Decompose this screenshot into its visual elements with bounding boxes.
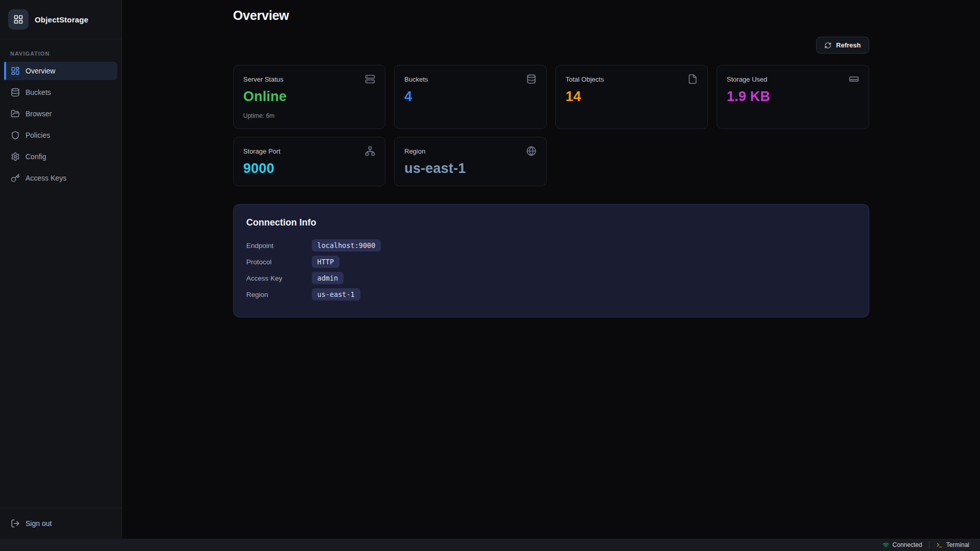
stat-card-value: 4: [404, 89, 536, 105]
status-bar: Connected Terminal: [0, 539, 980, 551]
network-icon: [365, 146, 375, 156]
app-title: ObjectStorage: [35, 15, 88, 24]
connection-info-label: Protocol: [247, 258, 312, 266]
key-icon: [11, 173, 20, 183]
sidebar-item-config[interactable]: Config: [4, 147, 117, 166]
logout-icon: [11, 519, 20, 528]
gear-icon: [11, 152, 20, 161]
sidebar-item-label: Access Keys: [26, 174, 66, 182]
server-icon: [365, 74, 375, 84]
refresh-label: Refresh: [836, 41, 861, 49]
refresh-button[interactable]: Refresh: [816, 37, 869, 54]
wifi-icon: [883, 542, 889, 548]
stat-card-label: Storage Port: [243, 147, 281, 155]
connection-info-value: admin: [312, 272, 344, 284]
connection-info-panel: Connection Info Endpointlocalhost:9000Pr…: [233, 204, 869, 317]
terminal-label: Terminal: [946, 541, 969, 548]
signout-section: Sign out: [0, 508, 121, 539]
shield-icon: [11, 131, 20, 140]
stat-card-value: 1.9 KB: [727, 89, 859, 105]
database-icon: [11, 88, 20, 97]
file-icon: [688, 74, 698, 84]
connection-info-label: Access Key: [247, 274, 312, 282]
stat-card-header: Total Objects: [566, 74, 698, 84]
stat-card-header: Server Status: [243, 74, 376, 84]
harddrive-icon: [849, 74, 859, 84]
database-icon: [526, 74, 536, 84]
stat-card-header: Buckets: [404, 74, 536, 84]
sidebar-item-label: Overview: [26, 67, 55, 75]
sidebar-item-label: Browser: [26, 110, 52, 118]
stat-card-label: Total Objects: [566, 76, 604, 83]
stat-card-header: Storage Used: [727, 74, 859, 84]
page-title: Overview: [233, 8, 869, 23]
connection-info-row: Endpointlocalhost:9000: [247, 239, 856, 252]
stat-card-value: 14: [566, 89, 698, 105]
sidebar-item-access-keys[interactable]: Access Keys: [4, 169, 117, 187]
sign-out-button[interactable]: Sign out: [4, 514, 117, 533]
sidebar-item-label: Policies: [26, 131, 50, 139]
toolbar: Refresh: [233, 37, 869, 54]
stat-card-header: Region: [404, 146, 536, 156]
connection-status-label: Connected: [893, 541, 922, 548]
sidebar-item-label: Config: [26, 153, 46, 161]
stats-grid: Server StatusOnlineUptime: 6mBuckets4Tot…: [233, 65, 869, 186]
globe-icon: [526, 146, 536, 156]
main-area: Overview Refresh Server StatusOnlineUpti…: [122, 0, 980, 539]
connection-info-value: localhost:9000: [312, 239, 381, 252]
sidebar-spacer: [0, 190, 121, 508]
connection-info-value: us-east-1: [312, 288, 360, 300]
sidebar-item-label: Buckets: [26, 88, 51, 96]
stat-card-subtext: Uptime: 6m: [243, 112, 376, 119]
stat-card-value: us-east-1: [404, 161, 536, 177]
stat-card-storage-used: Storage Used1.9 KB: [717, 65, 869, 129]
stat-card-buckets: Buckets4: [394, 65, 547, 129]
terminal-icon: [936, 542, 943, 548]
sidebar: ObjectStorage NAVIGATION OverviewBuckets…: [0, 0, 122, 539]
sidebar-item-overview[interactable]: Overview: [4, 62, 117, 80]
stat-card-label: Server Status: [243, 76, 284, 83]
app-logo: ObjectStorage: [0, 0, 121, 39]
nav-list: OverviewBucketsBrowserPoliciesConfigAcce…: [0, 62, 121, 190]
grid-logo-icon: [8, 9, 29, 30]
connection-info-title: Connection Info: [247, 217, 856, 228]
sidebar-item-buckets[interactable]: Buckets: [4, 83, 117, 102]
connection-info-label: Region: [247, 291, 312, 298]
stat-card-total-objects: Total Objects14: [555, 65, 708, 129]
nav-section-label: NAVIGATION: [0, 39, 121, 62]
dashboard-icon: [11, 66, 20, 76]
connection-info-value: HTTP: [312, 256, 340, 268]
stat-card-region: Regionus-east-1: [394, 137, 547, 186]
stat-card-label: Storage Used: [727, 76, 768, 83]
connection-info-row: Access Keyadmin: [247, 272, 856, 284]
sign-out-label: Sign out: [26, 519, 52, 528]
stat-card-value: 9000: [243, 161, 376, 177]
stat-card-storage-port: Storage Port9000: [233, 137, 386, 186]
stat-card-label: Buckets: [404, 76, 428, 83]
stat-card-header: Storage Port: [243, 146, 376, 156]
stat-card-label: Region: [404, 147, 425, 155]
connection-info-row: ProtocolHTTP: [247, 256, 856, 268]
connection-info-rows: Endpointlocalhost:9000ProtocolHTTPAccess…: [247, 239, 856, 300]
stat-card-server-status: Server StatusOnlineUptime: 6m: [233, 65, 386, 129]
terminal-toggle[interactable]: Terminal: [929, 541, 976, 548]
connection-info-row: Regionus-east-1: [247, 288, 856, 300]
sidebar-item-policies[interactable]: Policies: [4, 126, 117, 144]
app-window: ObjectStorage NAVIGATION OverviewBuckets…: [0, 0, 980, 539]
folder-icon: [11, 109, 20, 118]
connection-info-label: Endpoint: [247, 242, 312, 249]
stat-card-value: Online: [243, 89, 376, 105]
refresh-icon: [824, 42, 831, 49]
sidebar-item-browser[interactable]: Browser: [4, 105, 117, 123]
connection-status-indicator: Connected: [876, 541, 929, 548]
